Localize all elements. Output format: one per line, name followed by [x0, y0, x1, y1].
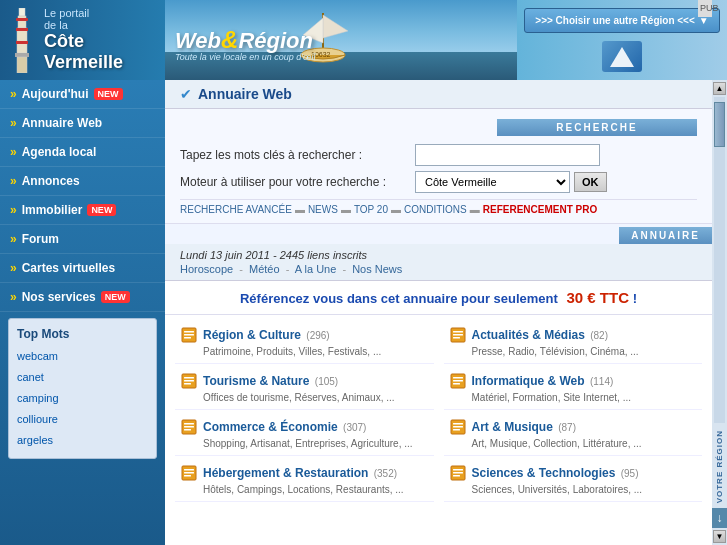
top-mots-link-camping[interactable]: camping	[17, 388, 148, 409]
sidebar-item-services[interactable]: » Nos services NEW	[0, 283, 165, 312]
svg-rect-1	[18, 16, 26, 28]
category-informatique: Informatique & Web (114) Matériel, Forma…	[444, 366, 703, 410]
cat-link-4[interactable]: Commerce & Économie (307)	[203, 420, 366, 434]
site-title: Le portail de la Côte Vermeille	[44, 7, 123, 73]
search-link-news[interactable]: NEWS	[308, 204, 338, 215]
chevron-icon-3: »	[10, 174, 17, 188]
annuaire-header: ✔ Annuaire Web	[165, 80, 712, 109]
svg-rect-20	[453, 334, 463, 336]
region-select-label: >>> Choisir une autre Région <<<	[535, 15, 695, 26]
sidebar-item-annonces[interactable]: » Annonces	[0, 167, 165, 196]
book-icon-1	[449, 326, 467, 344]
search-link-referencement[interactable]: REFERENCEMENT PRO	[483, 204, 597, 215]
cat-desc-0: Patrimoine, Produits, Villes, Festivals,…	[203, 346, 429, 357]
sidebar-item-annuaire[interactable]: » Annuaire Web	[0, 109, 165, 138]
top-mots-link-canet[interactable]: canet	[17, 367, 148, 388]
book-icon-7	[449, 464, 467, 482]
chevron-icon: »	[10, 87, 17, 101]
scroll-up-button[interactable]: ▲	[713, 82, 726, 95]
region-select-button[interactable]: >>> Choisir une autre Région <<< ▼	[524, 8, 719, 33]
svg-rect-4	[16, 28, 28, 31]
svg-rect-29	[453, 383, 460, 385]
cat-link-7[interactable]: Sciences & Technologies (95)	[472, 466, 639, 480]
header-left: Le portail de la Côte Vermeille	[0, 0, 165, 80]
cat-link-2[interactable]: Tourisme & Nature (105)	[203, 374, 338, 388]
cat-link-1[interactable]: Actualités & Médias (82)	[472, 328, 609, 342]
new-badge-0: NEW	[94, 88, 123, 100]
book-icon-4	[180, 418, 198, 436]
svg-rect-33	[184, 429, 191, 431]
sidebar-item-cartes[interactable]: » Cartes virtuelles	[0, 254, 165, 283]
category-art: Art & Musique (87) Art, Musique, Collect…	[444, 412, 703, 456]
date-line: Lundi 13 juin 2011 - 2445 liens inscrits	[180, 249, 697, 261]
svg-rect-40	[184, 472, 194, 474]
chevron-icon-5: »	[10, 232, 17, 246]
sidebar-item-agenda[interactable]: » Agenda local	[0, 138, 165, 167]
chevron-icon-7: »	[10, 290, 17, 304]
search-go-button[interactable]: OK	[574, 172, 607, 192]
categories-grid: Région & Culture (296) Patrimoine, Produ…	[165, 315, 712, 507]
chevron-icon-1: »	[10, 116, 17, 130]
top-mots-link-collioure[interactable]: collioure	[17, 409, 148, 430]
sep-4: ▬	[470, 204, 480, 215]
cat-desc-3: Matériel, Formation, Site Internet, ...	[472, 392, 698, 403]
top-mots-link-webcam[interactable]: webcam	[17, 346, 148, 367]
svg-rect-23	[184, 377, 194, 379]
sidebar-item-aujourdhui[interactable]: » Aujourd'hui NEW	[0, 80, 165, 109]
book-icon-2	[180, 372, 198, 390]
top-mots-link-argeles[interactable]: argeles	[17, 430, 148, 451]
date-bar: Lundi 13 juin 2011 - 2445 liens inscrits…	[165, 244, 712, 281]
svg-rect-44	[453, 472, 463, 474]
svg-rect-35	[453, 423, 463, 425]
sidebar-item-forum[interactable]: » Forum	[0, 225, 165, 254]
category-actualites: Actualités & Médias (82) Presse, Radio, …	[444, 320, 703, 364]
search-select[interactable]: Côte Vermeille Toute la France	[415, 171, 570, 193]
chevron-icon-4: »	[10, 203, 17, 217]
svg-rect-25	[184, 383, 191, 385]
category-sciences: Sciences & Technologies (95) Sciences, U…	[444, 458, 703, 502]
scroll-arrow-icon[interactable]: ↓	[712, 508, 727, 528]
sep-2: ▬	[341, 204, 351, 215]
link-meteo[interactable]: Météo	[249, 263, 280, 275]
check-icon: ✔	[180, 86, 192, 102]
cat-desc-2: Offices de tourisme, Réserves, Animaux, …	[203, 392, 429, 403]
search-section: RECHERCHE Tapez les mots clés à recherch…	[165, 109, 712, 224]
scroll-track	[714, 97, 725, 423]
top-mots-box: Top Mots webcam canet camping collioure …	[8, 318, 157, 459]
cat-link-3[interactable]: Informatique & Web (114)	[472, 374, 614, 388]
svg-rect-36	[453, 426, 463, 428]
cat-desc-5: Art, Musique, Collection, Littérature, .…	[472, 438, 698, 449]
svg-rect-3	[17, 28, 27, 53]
search-link-advanced[interactable]: RECHERCHE AVANCÉE	[180, 204, 292, 215]
search-label-keywords: Tapez les mots clés à rechercher :	[180, 148, 415, 162]
cat-desc-6: Hôtels, Campings, Locations, Restaurants…	[203, 484, 429, 495]
link-nosnews[interactable]: Nos News	[352, 263, 402, 275]
search-link-conditions[interactable]: CONDITIONS	[404, 204, 467, 215]
scroll-down-button[interactable]: ▼	[713, 530, 726, 543]
search-header: RECHERCHE	[497, 119, 697, 136]
svg-rect-16	[184, 334, 194, 336]
chevron-icon-2: »	[10, 145, 17, 159]
link-horoscope[interactable]: Horoscope	[180, 263, 233, 275]
annuaire-label-bar: ANNUAIRE	[165, 224, 712, 244]
category-tourisme: Tourisme & Nature (105) Offices de touri…	[175, 366, 434, 410]
promo-bar: Référencez vous dans cet annuaire pour s…	[165, 281, 712, 315]
cat-link-0[interactable]: Région & Culture (296)	[203, 328, 330, 342]
sidebar-item-immobilier[interactable]: » Immobilier NEW	[0, 196, 165, 225]
svg-rect-7	[17, 57, 27, 73]
main-content: ✔ Annuaire Web RECHERCHE Tapez les mots …	[165, 80, 712, 545]
search-link-top20[interactable]: TOP 20	[354, 204, 388, 215]
cat-link-6[interactable]: Hébergement & Restauration (352)	[203, 466, 397, 480]
logo-triangle	[602, 41, 642, 72]
scroll-thumb[interactable]	[714, 102, 725, 147]
sep-3: ▬	[391, 204, 401, 215]
svg-rect-5	[16, 41, 28, 44]
link-aune[interactable]: A la Une	[295, 263, 337, 275]
book-icon-0	[180, 326, 198, 344]
search-input[interactable]	[415, 144, 600, 166]
cat-desc-4: Shopping, Artisanat, Entreprises, Agricu…	[203, 438, 429, 449]
annuaire-title: Annuaire Web	[198, 86, 292, 102]
svg-rect-15	[184, 331, 194, 333]
book-icon-3	[449, 372, 467, 390]
cat-link-5[interactable]: Art & Musique (87)	[472, 420, 576, 434]
